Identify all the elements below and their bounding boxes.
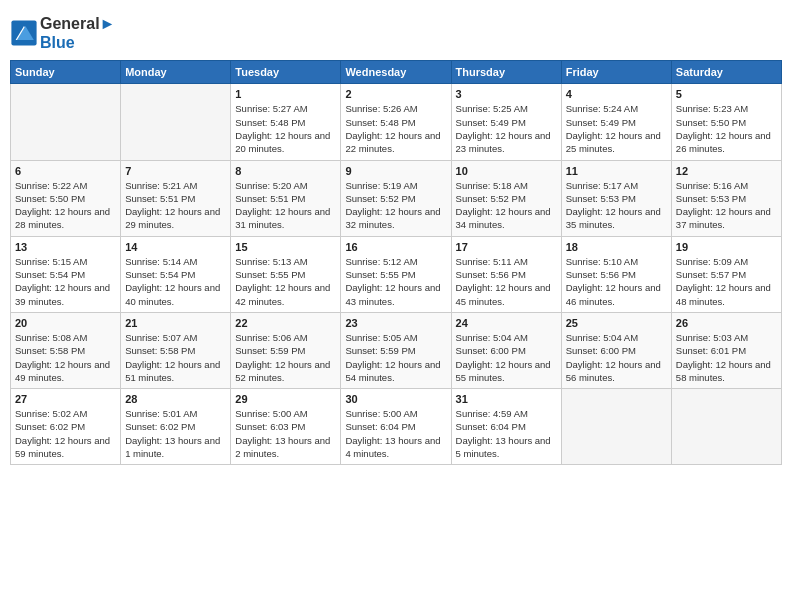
day-info: Sunrise: 5:05 AMSunset: 5:59 PMDaylight:… <box>345 331 446 384</box>
day-info: Sunrise: 5:20 AMSunset: 5:51 PMDaylight:… <box>235 179 336 232</box>
day-number: 31 <box>456 393 557 405</box>
calendar-cell: 6 Sunrise: 5:22 AMSunset: 5:50 PMDayligh… <box>11 160 121 236</box>
day-number: 9 <box>345 165 446 177</box>
calendar-cell: 28 Sunrise: 5:01 AMSunset: 6:02 PMDaylig… <box>121 389 231 465</box>
day-info: Sunrise: 5:15 AMSunset: 5:54 PMDaylight:… <box>15 255 116 308</box>
calendar-cell: 27 Sunrise: 5:02 AMSunset: 6:02 PMDaylig… <box>11 389 121 465</box>
day-number: 7 <box>125 165 226 177</box>
day-number: 6 <box>15 165 116 177</box>
calendar-table: SundayMondayTuesdayWednesdayThursdayFrid… <box>10 60 782 465</box>
day-number: 18 <box>566 241 667 253</box>
day-info: Sunrise: 5:24 AMSunset: 5:49 PMDaylight:… <box>566 102 667 155</box>
day-info: Sunrise: 5:08 AMSunset: 5:58 PMDaylight:… <box>15 331 116 384</box>
day-info: Sunrise: 5:26 AMSunset: 5:48 PMDaylight:… <box>345 102 446 155</box>
day-number: 21 <box>125 317 226 329</box>
calendar-cell: 19 Sunrise: 5:09 AMSunset: 5:57 PMDaylig… <box>671 236 781 312</box>
calendar-cell <box>561 389 671 465</box>
day-number: 1 <box>235 88 336 100</box>
weekday-header: Tuesday <box>231 61 341 84</box>
calendar-cell: 13 Sunrise: 5:15 AMSunset: 5:54 PMDaylig… <box>11 236 121 312</box>
day-info: Sunrise: 5:11 AMSunset: 5:56 PMDaylight:… <box>456 255 557 308</box>
day-info: Sunrise: 5:12 AMSunset: 5:55 PMDaylight:… <box>345 255 446 308</box>
calendar-cell: 5 Sunrise: 5:23 AMSunset: 5:50 PMDayligh… <box>671 84 781 160</box>
day-info: Sunrise: 5:18 AMSunset: 5:52 PMDaylight:… <box>456 179 557 232</box>
day-info: Sunrise: 5:10 AMSunset: 5:56 PMDaylight:… <box>566 255 667 308</box>
day-number: 17 <box>456 241 557 253</box>
calendar-cell: 31 Sunrise: 4:59 AMSunset: 6:04 PMDaylig… <box>451 389 561 465</box>
day-info: Sunrise: 5:04 AMSunset: 6:00 PMDaylight:… <box>456 331 557 384</box>
day-info: Sunrise: 5:00 AMSunset: 6:04 PMDaylight:… <box>345 407 446 460</box>
calendar-cell: 7 Sunrise: 5:21 AMSunset: 5:51 PMDayligh… <box>121 160 231 236</box>
day-info: Sunrise: 5:02 AMSunset: 6:02 PMDaylight:… <box>15 407 116 460</box>
day-number: 8 <box>235 165 336 177</box>
day-info: Sunrise: 5:19 AMSunset: 5:52 PMDaylight:… <box>345 179 446 232</box>
day-number: 10 <box>456 165 557 177</box>
day-info: Sunrise: 4:59 AMSunset: 6:04 PMDaylight:… <box>456 407 557 460</box>
day-number: 28 <box>125 393 226 405</box>
calendar-cell: 26 Sunrise: 5:03 AMSunset: 6:01 PMDaylig… <box>671 312 781 388</box>
calendar-cell: 22 Sunrise: 5:06 AMSunset: 5:59 PMDaylig… <box>231 312 341 388</box>
calendar-cell: 23 Sunrise: 5:05 AMSunset: 5:59 PMDaylig… <box>341 312 451 388</box>
day-info: Sunrise: 5:27 AMSunset: 5:48 PMDaylight:… <box>235 102 336 155</box>
day-number: 27 <box>15 393 116 405</box>
weekday-header: Friday <box>561 61 671 84</box>
calendar-cell: 16 Sunrise: 5:12 AMSunset: 5:55 PMDaylig… <box>341 236 451 312</box>
weekday-header: Sunday <box>11 61 121 84</box>
calendar-cell: 21 Sunrise: 5:07 AMSunset: 5:58 PMDaylig… <box>121 312 231 388</box>
day-info: Sunrise: 5:13 AMSunset: 5:55 PMDaylight:… <box>235 255 336 308</box>
day-info: Sunrise: 5:14 AMSunset: 5:54 PMDaylight:… <box>125 255 226 308</box>
calendar-cell: 24 Sunrise: 5:04 AMSunset: 6:00 PMDaylig… <box>451 312 561 388</box>
day-info: Sunrise: 5:00 AMSunset: 6:03 PMDaylight:… <box>235 407 336 460</box>
calendar-cell: 18 Sunrise: 5:10 AMSunset: 5:56 PMDaylig… <box>561 236 671 312</box>
day-number: 16 <box>345 241 446 253</box>
calendar-cell: 3 Sunrise: 5:25 AMSunset: 5:49 PMDayligh… <box>451 84 561 160</box>
weekday-header: Monday <box>121 61 231 84</box>
calendar-cell: 8 Sunrise: 5:20 AMSunset: 5:51 PMDayligh… <box>231 160 341 236</box>
day-number: 12 <box>676 165 777 177</box>
calendar-cell: 17 Sunrise: 5:11 AMSunset: 5:56 PMDaylig… <box>451 236 561 312</box>
calendar-cell: 11 Sunrise: 5:17 AMSunset: 5:53 PMDaylig… <box>561 160 671 236</box>
logo-text: General► Blue <box>40 14 115 52</box>
calendar-cell: 14 Sunrise: 5:14 AMSunset: 5:54 PMDaylig… <box>121 236 231 312</box>
calendar-cell <box>121 84 231 160</box>
calendar-cell: 20 Sunrise: 5:08 AMSunset: 5:58 PMDaylig… <box>11 312 121 388</box>
calendar-cell: 15 Sunrise: 5:13 AMSunset: 5:55 PMDaylig… <box>231 236 341 312</box>
day-number: 25 <box>566 317 667 329</box>
day-info: Sunrise: 5:01 AMSunset: 6:02 PMDaylight:… <box>125 407 226 460</box>
weekday-header: Thursday <box>451 61 561 84</box>
calendar-cell: 9 Sunrise: 5:19 AMSunset: 5:52 PMDayligh… <box>341 160 451 236</box>
day-number: 15 <box>235 241 336 253</box>
day-info: Sunrise: 5:22 AMSunset: 5:50 PMDaylight:… <box>15 179 116 232</box>
calendar-cell: 4 Sunrise: 5:24 AMSunset: 5:49 PMDayligh… <box>561 84 671 160</box>
day-number: 20 <box>15 317 116 329</box>
day-number: 13 <box>15 241 116 253</box>
calendar-cell: 2 Sunrise: 5:26 AMSunset: 5:48 PMDayligh… <box>341 84 451 160</box>
day-number: 19 <box>676 241 777 253</box>
weekday-header: Wednesday <box>341 61 451 84</box>
logo: General► Blue <box>10 14 115 52</box>
day-number: 29 <box>235 393 336 405</box>
page-header: General► Blue <box>10 10 782 52</box>
day-info: Sunrise: 5:03 AMSunset: 6:01 PMDaylight:… <box>676 331 777 384</box>
day-number: 5 <box>676 88 777 100</box>
calendar-cell: 1 Sunrise: 5:27 AMSunset: 5:48 PMDayligh… <box>231 84 341 160</box>
day-number: 2 <box>345 88 446 100</box>
weekday-header: Saturday <box>671 61 781 84</box>
day-info: Sunrise: 5:17 AMSunset: 5:53 PMDaylight:… <box>566 179 667 232</box>
calendar-cell: 12 Sunrise: 5:16 AMSunset: 5:53 PMDaylig… <box>671 160 781 236</box>
day-number: 24 <box>456 317 557 329</box>
day-info: Sunrise: 5:06 AMSunset: 5:59 PMDaylight:… <box>235 331 336 384</box>
day-number: 4 <box>566 88 667 100</box>
day-info: Sunrise: 5:16 AMSunset: 5:53 PMDaylight:… <box>676 179 777 232</box>
day-info: Sunrise: 5:25 AMSunset: 5:49 PMDaylight:… <box>456 102 557 155</box>
calendar-cell: 25 Sunrise: 5:04 AMSunset: 6:00 PMDaylig… <box>561 312 671 388</box>
day-info: Sunrise: 5:09 AMSunset: 5:57 PMDaylight:… <box>676 255 777 308</box>
day-info: Sunrise: 5:07 AMSunset: 5:58 PMDaylight:… <box>125 331 226 384</box>
calendar-cell: 10 Sunrise: 5:18 AMSunset: 5:52 PMDaylig… <box>451 160 561 236</box>
calendar-cell <box>671 389 781 465</box>
day-number: 22 <box>235 317 336 329</box>
day-info: Sunrise: 5:23 AMSunset: 5:50 PMDaylight:… <box>676 102 777 155</box>
logo-icon <box>10 19 38 47</box>
day-number: 3 <box>456 88 557 100</box>
day-number: 11 <box>566 165 667 177</box>
